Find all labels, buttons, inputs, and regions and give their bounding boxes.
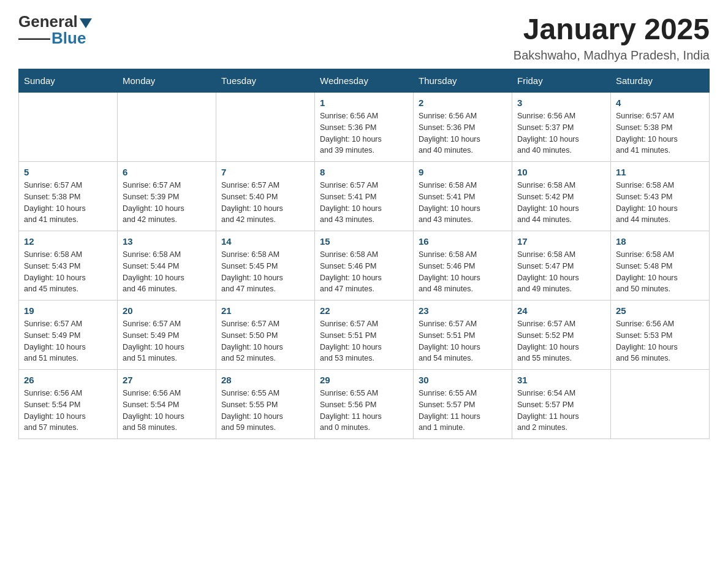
calendar-cell: 9Sunrise: 6:58 AMSunset: 5:41 PMDaylight…	[414, 162, 512, 231]
day-info: Sunrise: 6:55 AMSunset: 5:56 PMDaylight:…	[320, 388, 408, 434]
day-number: 17	[517, 236, 605, 247]
day-info: Sunrise: 6:58 AMSunset: 5:48 PMDaylight:…	[616, 249, 704, 295]
day-info: Sunrise: 6:56 AMSunset: 5:36 PMDaylight:…	[419, 110, 507, 156]
weekday-header-sunday: Sunday	[19, 69, 118, 93]
day-info: Sunrise: 6:56 AMSunset: 5:53 PMDaylight:…	[616, 318, 704, 364]
calendar-cell: 27Sunrise: 6:56 AMSunset: 5:54 PMDayligh…	[118, 370, 216, 439]
calendar-cell: 24Sunrise: 6:57 AMSunset: 5:52 PMDayligh…	[512, 301, 611, 370]
calendar-cell: 29Sunrise: 6:55 AMSunset: 5:56 PMDayligh…	[315, 370, 414, 439]
day-number: 5	[24, 167, 112, 177]
day-info: Sunrise: 6:57 AMSunset: 5:51 PMDaylight:…	[320, 318, 408, 364]
day-number: 28	[221, 375, 309, 385]
calendar-cell: 11Sunrise: 6:58 AMSunset: 5:43 PMDayligh…	[611, 162, 710, 231]
weekday-header-tuesday: Tuesday	[216, 69, 315, 93]
weekday-header-saturday: Saturday	[611, 69, 710, 93]
day-number: 12	[24, 236, 112, 247]
calendar-cell	[216, 93, 315, 162]
day-info: Sunrise: 6:57 AMSunset: 5:39 PMDaylight:…	[123, 180, 211, 226]
day-number: 6	[123, 167, 211, 177]
week-row-3: 12Sunrise: 6:58 AMSunset: 5:43 PMDayligh…	[19, 231, 710, 301]
day-number: 10	[517, 167, 605, 177]
calendar-cell: 14Sunrise: 6:58 AMSunset: 5:45 PMDayligh…	[216, 231, 315, 301]
day-number: 4	[616, 98, 704, 108]
day-number: 8	[320, 167, 408, 177]
calendar-cell	[611, 370, 710, 439]
day-info: Sunrise: 6:58 AMSunset: 5:46 PMDaylight:…	[419, 249, 507, 295]
week-row-2: 5Sunrise: 6:57 AMSunset: 5:38 PMDaylight…	[19, 162, 710, 231]
calendar-cell: 7Sunrise: 6:57 AMSunset: 5:40 PMDaylight…	[216, 162, 315, 231]
day-info: Sunrise: 6:58 AMSunset: 5:43 PMDaylight:…	[24, 249, 112, 295]
calendar-cell: 13Sunrise: 6:58 AMSunset: 5:44 PMDayligh…	[118, 231, 216, 301]
calendar-cell: 1Sunrise: 6:56 AMSunset: 5:36 PMDaylight…	[315, 93, 414, 162]
calendar-cell: 6Sunrise: 6:57 AMSunset: 5:39 PMDaylight…	[118, 162, 216, 231]
day-number: 2	[419, 98, 507, 108]
calendar-cell: 30Sunrise: 6:55 AMSunset: 5:57 PMDayligh…	[414, 370, 512, 439]
calendar-cell: 2Sunrise: 6:56 AMSunset: 5:36 PMDaylight…	[414, 93, 512, 162]
day-number: 29	[320, 375, 408, 385]
day-info: Sunrise: 6:57 AMSunset: 5:49 PMDaylight:…	[123, 318, 211, 364]
day-number: 20	[123, 305, 211, 316]
calendar-cell: 25Sunrise: 6:56 AMSunset: 5:53 PMDayligh…	[611, 301, 710, 370]
logo-line-text: ——	[18, 29, 50, 48]
month-title: January 2025	[514, 12, 710, 46]
day-number: 15	[320, 236, 408, 247]
calendar-cell: 26Sunrise: 6:56 AMSunset: 5:54 PMDayligh…	[19, 370, 118, 439]
day-info: Sunrise: 6:57 AMSunset: 5:40 PMDaylight:…	[221, 180, 309, 226]
calendar-cell: 16Sunrise: 6:58 AMSunset: 5:46 PMDayligh…	[414, 231, 512, 301]
day-number: 11	[616, 167, 704, 177]
location-subtitle: Bakshwaho, Madhya Pradesh, India	[514, 48, 710, 63]
weekday-header-monday: Monday	[118, 69, 216, 93]
logo: General —— Blue	[18, 12, 92, 48]
day-info: Sunrise: 6:58 AMSunset: 5:42 PMDaylight:…	[517, 180, 605, 226]
day-info: Sunrise: 6:56 AMSunset: 5:54 PMDaylight:…	[123, 388, 211, 434]
day-info: Sunrise: 6:56 AMSunset: 5:37 PMDaylight:…	[517, 110, 605, 156]
day-info: Sunrise: 6:54 AMSunset: 5:57 PMDaylight:…	[517, 388, 605, 434]
calendar-cell: 17Sunrise: 6:58 AMSunset: 5:47 PMDayligh…	[512, 231, 611, 301]
calendar-cell: 23Sunrise: 6:57 AMSunset: 5:51 PMDayligh…	[414, 301, 512, 370]
day-number: 27	[123, 375, 211, 385]
day-number: 1	[320, 98, 408, 108]
day-number: 23	[419, 305, 507, 316]
logo-arrow-icon	[80, 18, 92, 28]
week-row-4: 19Sunrise: 6:57 AMSunset: 5:49 PMDayligh…	[19, 301, 710, 370]
day-number: 16	[419, 236, 507, 247]
day-number: 13	[123, 236, 211, 247]
day-info: Sunrise: 6:58 AMSunset: 5:44 PMDaylight:…	[123, 249, 211, 295]
day-info: Sunrise: 6:57 AMSunset: 5:41 PMDaylight:…	[320, 180, 408, 226]
day-number: 25	[616, 305, 704, 316]
day-info: Sunrise: 6:57 AMSunset: 5:49 PMDaylight:…	[24, 318, 112, 364]
day-info: Sunrise: 6:56 AMSunset: 5:36 PMDaylight:…	[320, 110, 408, 156]
title-section: January 2025 Bakshwaho, Madhya Pradesh, …	[514, 12, 710, 63]
day-number: 18	[616, 236, 704, 247]
weekday-header-row: SundayMondayTuesdayWednesdayThursdayFrid…	[19, 69, 710, 93]
day-info: Sunrise: 6:55 AMSunset: 5:55 PMDaylight:…	[221, 388, 309, 434]
day-info: Sunrise: 6:58 AMSunset: 5:45 PMDaylight:…	[221, 249, 309, 295]
calendar-cell: 8Sunrise: 6:57 AMSunset: 5:41 PMDaylight…	[315, 162, 414, 231]
page-header: General —— Blue January 2025 Bakshwaho, …	[18, 12, 710, 63]
day-number: 7	[221, 167, 309, 177]
day-number: 9	[419, 167, 507, 177]
day-number: 31	[517, 375, 605, 385]
calendar-cell: 22Sunrise: 6:57 AMSunset: 5:51 PMDayligh…	[315, 301, 414, 370]
week-row-5: 26Sunrise: 6:56 AMSunset: 5:54 PMDayligh…	[19, 370, 710, 439]
day-number: 26	[24, 375, 112, 385]
day-info: Sunrise: 6:57 AMSunset: 5:51 PMDaylight:…	[419, 318, 507, 364]
calendar-cell: 12Sunrise: 6:58 AMSunset: 5:43 PMDayligh…	[19, 231, 118, 301]
weekday-header-wednesday: Wednesday	[315, 69, 414, 93]
calendar-cell	[19, 93, 118, 162]
day-info: Sunrise: 6:57 AMSunset: 5:50 PMDaylight:…	[221, 318, 309, 364]
day-info: Sunrise: 6:56 AMSunset: 5:54 PMDaylight:…	[24, 388, 112, 434]
calendar-cell: 4Sunrise: 6:57 AMSunset: 5:38 PMDaylight…	[611, 93, 710, 162]
day-number: 14	[221, 236, 309, 247]
weekday-header-friday: Friday	[512, 69, 611, 93]
day-info: Sunrise: 6:57 AMSunset: 5:52 PMDaylight:…	[517, 318, 605, 364]
logo-blue-text: Blue	[51, 29, 86, 48]
calendar-cell: 15Sunrise: 6:58 AMSunset: 5:46 PMDayligh…	[315, 231, 414, 301]
day-info: Sunrise: 6:57 AMSunset: 5:38 PMDaylight:…	[24, 180, 112, 226]
calendar-table: SundayMondayTuesdayWednesdayThursdayFrid…	[18, 69, 710, 439]
calendar-cell: 10Sunrise: 6:58 AMSunset: 5:42 PMDayligh…	[512, 162, 611, 231]
day-info: Sunrise: 6:58 AMSunset: 5:41 PMDaylight:…	[419, 180, 507, 226]
calendar-cell: 21Sunrise: 6:57 AMSunset: 5:50 PMDayligh…	[216, 301, 315, 370]
calendar-cell: 20Sunrise: 6:57 AMSunset: 5:49 PMDayligh…	[118, 301, 216, 370]
day-info: Sunrise: 6:55 AMSunset: 5:57 PMDaylight:…	[419, 388, 507, 434]
